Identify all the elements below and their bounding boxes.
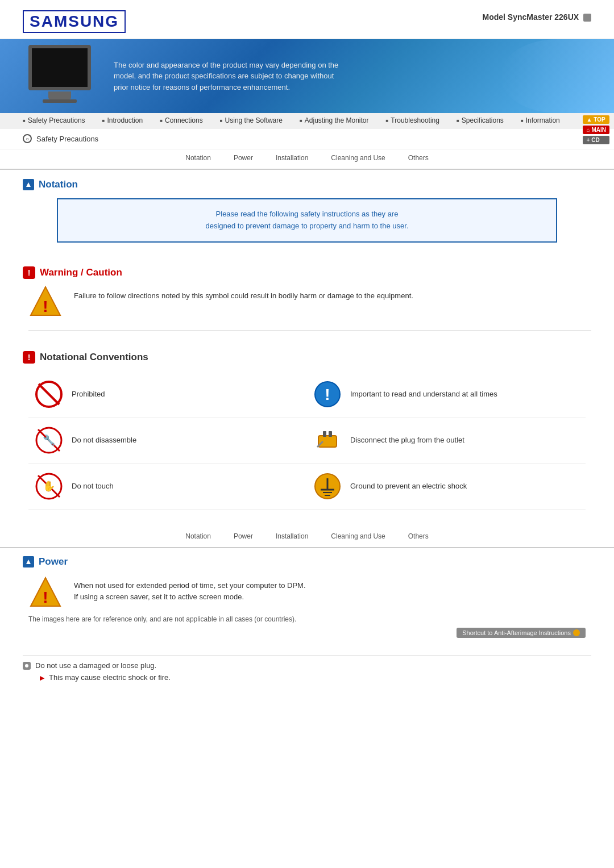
nav-bar: Safety Precautions Introduction Connecti… bbox=[0, 113, 614, 128]
banner-text: The color and appearance of the product … bbox=[114, 60, 341, 93]
info-box-line2: designed to prevent damage to property a… bbox=[75, 220, 539, 232]
svg-marker-0 bbox=[26, 182, 31, 187]
warning-text: Failure to follow directions noted by th… bbox=[74, 285, 413, 302]
nav-introduction[interactable]: Introduction bbox=[102, 116, 143, 124]
prohibited-icon bbox=[34, 379, 64, 409]
convention-touch: ✋ Do not touch bbox=[28, 464, 307, 510]
power-warning-icon: ! bbox=[28, 575, 63, 610]
notation-heading-icon bbox=[23, 179, 34, 190]
power-heading: Power bbox=[23, 556, 591, 567]
tab-others[interactable]: Others bbox=[408, 154, 429, 164]
list-dot-icon bbox=[23, 662, 31, 670]
tab-cleaning[interactable]: Cleaning and Use bbox=[331, 154, 385, 164]
header: SAMSUNG Model SyncMaster 226UX bbox=[0, 0, 614, 39]
banner: The color and appearance of the product … bbox=[0, 39, 614, 113]
notation-title: Notation bbox=[39, 179, 78, 190]
tab-navigation: Notation Power Installation Cleaning and… bbox=[0, 149, 614, 170]
convention-prohibited: Prohibited bbox=[28, 372, 307, 418]
touch-icon: ✋ bbox=[34, 471, 64, 501]
tab-power[interactable]: Power bbox=[234, 154, 253, 164]
warning-section: ! Warning / Caution ! Failure to follow … bbox=[0, 263, 614, 340]
convention-disassemble-label: Do not disassemble bbox=[72, 436, 136, 444]
conventions-icon: ! bbox=[23, 351, 35, 364]
power-text-line2: If using a screen saver, set it to activ… bbox=[74, 591, 306, 603]
breadcrumb: ○ Safety Precautions bbox=[0, 128, 614, 149]
notation-info-box: Please read the following safety instruc… bbox=[57, 198, 557, 243]
power-text: When not used for extended period of tim… bbox=[74, 575, 306, 604]
conventions-title: Notational Conventions bbox=[40, 352, 148, 363]
nav-safety-precautions[interactable]: Safety Precautions bbox=[23, 116, 85, 124]
svg-rect-11 bbox=[323, 431, 326, 437]
svg-text:✋: ✋ bbox=[43, 480, 56, 493]
tab-notation[interactable]: Notation bbox=[185, 154, 211, 164]
list-sub-text: This may cause electric shock or fire. bbox=[49, 673, 171, 682]
bottom-list: Do not use a damaged or loose plug. ▶ Th… bbox=[23, 655, 591, 682]
nav-specifications[interactable]: Specifications bbox=[457, 116, 504, 124]
shortcut-button[interactable]: Shortcut to Anti-Afterimage Instructions bbox=[457, 628, 586, 638]
warning-icon: ! bbox=[23, 266, 35, 279]
warning-heading: ! Warning / Caution bbox=[23, 266, 591, 279]
tab-cleaning-bottom[interactable]: Cleaning and Use bbox=[331, 532, 385, 542]
tab-others-bottom[interactable]: Others bbox=[408, 532, 429, 542]
power-text-line1: When not used for extended period of tim… bbox=[74, 580, 306, 592]
model-label: Model SyncMaster 226UX bbox=[482, 12, 591, 22]
svg-text:🔧: 🔧 bbox=[43, 434, 56, 446]
shortcut-button-label: Shortcut to Anti-Afterimage Instructions bbox=[462, 629, 571, 636]
list-main-text: Do not use a damaged or loose plug. bbox=[35, 661, 156, 670]
svg-line-4 bbox=[39, 384, 59, 404]
warning-content: ! Failure to follow directions noted by … bbox=[28, 285, 591, 331]
monitor-illustration bbox=[23, 45, 97, 107]
convention-disconnect: Disconnect the plug from the outlet bbox=[307, 418, 586, 464]
tab-navigation-bottom: Notation Power Installation Cleaning and… bbox=[0, 528, 614, 548]
convention-ground-label: Ground to prevent an electric shock bbox=[350, 482, 467, 490]
list-sub-item: ▶ This may cause electric shock or fire. bbox=[40, 673, 591, 682]
ground-icon bbox=[313, 471, 342, 501]
convention-prohibited-label: Prohibited bbox=[72, 390, 105, 398]
tab-notation-bottom[interactable]: Notation bbox=[185, 532, 211, 542]
nav-adjusting-monitor[interactable]: Adjusting the Monitor bbox=[300, 116, 369, 124]
notation-heading: Notation bbox=[23, 179, 591, 190]
tab-installation[interactable]: Installation bbox=[276, 154, 308, 164]
tab-power-bottom[interactable]: Power bbox=[234, 532, 253, 542]
svg-rect-10 bbox=[318, 436, 337, 447]
convention-important: ! Important to read and understand at al… bbox=[307, 372, 586, 418]
breadcrumb-icon: ○ bbox=[23, 134, 32, 143]
convention-important-label: Important to read and understand at all … bbox=[350, 390, 497, 398]
svg-marker-22 bbox=[26, 560, 31, 564]
main-button[interactable]: ⌂ MAIN bbox=[583, 126, 609, 134]
conventions-section: ! Notational Conventions Prohibited ! Im… bbox=[0, 340, 614, 519]
tab-installation-bottom[interactable]: Installation bbox=[276, 532, 308, 542]
important-icon: ! bbox=[313, 379, 342, 409]
nav-connections[interactable]: Connections bbox=[160, 116, 203, 124]
shortcut-dot-icon bbox=[573, 629, 580, 636]
notation-section: Notation Please read the following safet… bbox=[0, 170, 614, 263]
top-button[interactable]: ▲ TOP bbox=[583, 115, 609, 124]
breadcrumb-text: Safety Precautions bbox=[36, 135, 98, 143]
nav-using-software[interactable]: Using the Software bbox=[220, 116, 283, 124]
reference-text: The images here are for reference only, … bbox=[28, 615, 591, 623]
disconnect-icon bbox=[313, 425, 342, 455]
svg-text:!: ! bbox=[43, 298, 48, 315]
convention-touch-label: Do not touch bbox=[72, 482, 114, 490]
nav-troubleshooting[interactable]: Troubleshooting bbox=[386, 116, 439, 124]
svg-text:!: ! bbox=[325, 386, 330, 403]
nav-information[interactable]: Information bbox=[521, 116, 560, 124]
svg-text:!: ! bbox=[43, 589, 48, 606]
samsung-logo: SAMSUNG bbox=[23, 10, 126, 33]
nav-side-buttons: ▲ TOP ⌂ MAIN + CD bbox=[583, 115, 609, 144]
triangle-warning-icon: ! bbox=[28, 285, 63, 319]
svg-rect-12 bbox=[329, 431, 332, 437]
power-content: ! When not used for extended period of t… bbox=[28, 575, 591, 610]
convention-disconnect-label: Disconnect the plug from the outlet bbox=[350, 436, 464, 444]
convention-ground: Ground to prevent an electric shock bbox=[307, 464, 586, 510]
power-heading-icon bbox=[23, 556, 34, 567]
cd-button[interactable]: + CD bbox=[583, 136, 609, 144]
power-title: Power bbox=[39, 556, 68, 567]
disassemble-icon: 🔧 bbox=[34, 425, 64, 455]
power-section: Power ! When not used for extended perio… bbox=[0, 548, 614, 647]
arrow-icon: ▶ bbox=[40, 674, 44, 682]
warning-title: Warning / Caution bbox=[40, 267, 122, 278]
conventions-heading: ! Notational Conventions bbox=[23, 351, 591, 364]
list-main-item: Do not use a damaged or loose plug. bbox=[23, 661, 591, 670]
convention-disassemble: 🔧 Do not disassemble bbox=[28, 418, 307, 464]
